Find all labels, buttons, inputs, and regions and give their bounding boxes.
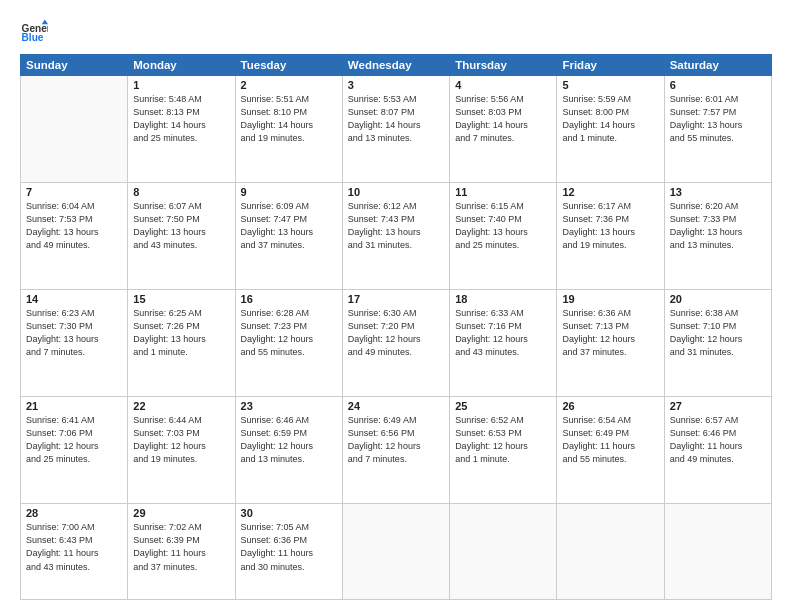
day-number: 28 <box>26 507 122 519</box>
day-number: 15 <box>133 293 229 305</box>
col-header-wednesday: Wednesday <box>342 55 449 76</box>
day-info: Sunrise: 6:46 AMSunset: 6:59 PMDaylight:… <box>241 414 337 466</box>
week-row-3: 14Sunrise: 6:23 AMSunset: 7:30 PMDayligh… <box>21 290 772 397</box>
day-info: Sunrise: 5:53 AMSunset: 8:07 PMDaylight:… <box>348 93 444 145</box>
day-cell <box>342 504 449 600</box>
col-header-tuesday: Tuesday <box>235 55 342 76</box>
day-info: Sunrise: 6:04 AMSunset: 7:53 PMDaylight:… <box>26 200 122 252</box>
day-info: Sunrise: 7:02 AMSunset: 6:39 PMDaylight:… <box>133 521 229 573</box>
day-number: 12 <box>562 186 658 198</box>
day-number: 4 <box>455 79 551 91</box>
day-cell: 5Sunrise: 5:59 AMSunset: 8:00 PMDaylight… <box>557 76 664 183</box>
day-number: 7 <box>26 186 122 198</box>
day-cell: 30Sunrise: 7:05 AMSunset: 6:36 PMDayligh… <box>235 504 342 600</box>
day-number: 19 <box>562 293 658 305</box>
day-number: 3 <box>348 79 444 91</box>
day-cell: 11Sunrise: 6:15 AMSunset: 7:40 PMDayligh… <box>450 183 557 290</box>
day-number: 25 <box>455 400 551 412</box>
day-number: 18 <box>455 293 551 305</box>
svg-text:Blue: Blue <box>22 32 44 43</box>
day-number: 10 <box>348 186 444 198</box>
day-cell: 21Sunrise: 6:41 AMSunset: 7:06 PMDayligh… <box>21 397 128 504</box>
day-number: 1 <box>133 79 229 91</box>
day-number: 13 <box>670 186 766 198</box>
logo: General Blue <box>20 18 52 46</box>
day-info: Sunrise: 5:56 AMSunset: 8:03 PMDaylight:… <box>455 93 551 145</box>
day-info: Sunrise: 6:57 AMSunset: 6:46 PMDaylight:… <box>670 414 766 466</box>
day-info: Sunrise: 6:38 AMSunset: 7:10 PMDaylight:… <box>670 307 766 359</box>
calendar-body: 1Sunrise: 5:48 AMSunset: 8:13 PMDaylight… <box>21 76 772 600</box>
day-number: 21 <box>26 400 122 412</box>
day-info: Sunrise: 6:54 AMSunset: 6:49 PMDaylight:… <box>562 414 658 466</box>
day-number: 22 <box>133 400 229 412</box>
day-info: Sunrise: 6:44 AMSunset: 7:03 PMDaylight:… <box>133 414 229 466</box>
day-cell: 24Sunrise: 6:49 AMSunset: 6:56 PMDayligh… <box>342 397 449 504</box>
calendar-page: General Blue SundayMondayTuesdayWednesda… <box>0 0 792 612</box>
day-cell: 12Sunrise: 6:17 AMSunset: 7:36 PMDayligh… <box>557 183 664 290</box>
day-cell: 10Sunrise: 6:12 AMSunset: 7:43 PMDayligh… <box>342 183 449 290</box>
day-number: 24 <box>348 400 444 412</box>
day-info: Sunrise: 6:01 AMSunset: 7:57 PMDaylight:… <box>670 93 766 145</box>
day-cell: 19Sunrise: 6:36 AMSunset: 7:13 PMDayligh… <box>557 290 664 397</box>
day-cell: 6Sunrise: 6:01 AMSunset: 7:57 PMDaylight… <box>664 76 771 183</box>
day-cell: 3Sunrise: 5:53 AMSunset: 8:07 PMDaylight… <box>342 76 449 183</box>
week-row-2: 7Sunrise: 6:04 AMSunset: 7:53 PMDaylight… <box>21 183 772 290</box>
day-cell <box>450 504 557 600</box>
day-cell <box>557 504 664 600</box>
day-info: Sunrise: 6:36 AMSunset: 7:13 PMDaylight:… <box>562 307 658 359</box>
day-cell: 15Sunrise: 6:25 AMSunset: 7:26 PMDayligh… <box>128 290 235 397</box>
day-info: Sunrise: 6:09 AMSunset: 7:47 PMDaylight:… <box>241 200 337 252</box>
day-info: Sunrise: 6:30 AMSunset: 7:20 PMDaylight:… <box>348 307 444 359</box>
day-number: 8 <box>133 186 229 198</box>
col-header-sunday: Sunday <box>21 55 128 76</box>
day-info: Sunrise: 6:07 AMSunset: 7:50 PMDaylight:… <box>133 200 229 252</box>
day-cell: 9Sunrise: 6:09 AMSunset: 7:47 PMDaylight… <box>235 183 342 290</box>
day-number: 30 <box>241 507 337 519</box>
day-cell: 20Sunrise: 6:38 AMSunset: 7:10 PMDayligh… <box>664 290 771 397</box>
day-info: Sunrise: 6:15 AMSunset: 7:40 PMDaylight:… <box>455 200 551 252</box>
day-number: 17 <box>348 293 444 305</box>
day-info: Sunrise: 6:25 AMSunset: 7:26 PMDaylight:… <box>133 307 229 359</box>
logo-icon: General Blue <box>20 18 48 46</box>
day-number: 14 <box>26 293 122 305</box>
day-cell: 17Sunrise: 6:30 AMSunset: 7:20 PMDayligh… <box>342 290 449 397</box>
day-number: 16 <box>241 293 337 305</box>
day-cell: 29Sunrise: 7:02 AMSunset: 6:39 PMDayligh… <box>128 504 235 600</box>
day-cell <box>21 76 128 183</box>
day-info: Sunrise: 7:05 AMSunset: 6:36 PMDaylight:… <box>241 521 337 573</box>
col-header-thursday: Thursday <box>450 55 557 76</box>
day-cell <box>664 504 771 600</box>
header: General Blue <box>20 18 772 46</box>
day-info: Sunrise: 6:20 AMSunset: 7:33 PMDaylight:… <box>670 200 766 252</box>
day-cell: 8Sunrise: 6:07 AMSunset: 7:50 PMDaylight… <box>128 183 235 290</box>
day-info: Sunrise: 6:17 AMSunset: 7:36 PMDaylight:… <box>562 200 658 252</box>
day-cell: 13Sunrise: 6:20 AMSunset: 7:33 PMDayligh… <box>664 183 771 290</box>
day-cell: 1Sunrise: 5:48 AMSunset: 8:13 PMDaylight… <box>128 76 235 183</box>
col-header-saturday: Saturday <box>664 55 771 76</box>
day-info: Sunrise: 6:49 AMSunset: 6:56 PMDaylight:… <box>348 414 444 466</box>
day-number: 9 <box>241 186 337 198</box>
svg-marker-2 <box>42 20 48 25</box>
day-cell: 7Sunrise: 6:04 AMSunset: 7:53 PMDaylight… <box>21 183 128 290</box>
day-number: 26 <box>562 400 658 412</box>
day-info: Sunrise: 6:41 AMSunset: 7:06 PMDaylight:… <box>26 414 122 466</box>
day-info: Sunrise: 6:12 AMSunset: 7:43 PMDaylight:… <box>348 200 444 252</box>
week-row-5: 28Sunrise: 7:00 AMSunset: 6:43 PMDayligh… <box>21 504 772 600</box>
day-number: 23 <box>241 400 337 412</box>
column-headers: SundayMondayTuesdayWednesdayThursdayFrid… <box>21 55 772 76</box>
day-info: Sunrise: 6:28 AMSunset: 7:23 PMDaylight:… <box>241 307 337 359</box>
day-number: 27 <box>670 400 766 412</box>
day-number: 5 <box>562 79 658 91</box>
day-info: Sunrise: 6:23 AMSunset: 7:30 PMDaylight:… <box>26 307 122 359</box>
day-number: 29 <box>133 507 229 519</box>
day-cell: 14Sunrise: 6:23 AMSunset: 7:30 PMDayligh… <box>21 290 128 397</box>
day-cell: 26Sunrise: 6:54 AMSunset: 6:49 PMDayligh… <box>557 397 664 504</box>
day-number: 2 <box>241 79 337 91</box>
day-number: 6 <box>670 79 766 91</box>
calendar-table: SundayMondayTuesdayWednesdayThursdayFrid… <box>20 54 772 600</box>
day-number: 11 <box>455 186 551 198</box>
week-row-1: 1Sunrise: 5:48 AMSunset: 8:13 PMDaylight… <box>21 76 772 183</box>
day-info: Sunrise: 6:33 AMSunset: 7:16 PMDaylight:… <box>455 307 551 359</box>
day-info: Sunrise: 7:00 AMSunset: 6:43 PMDaylight:… <box>26 521 122 573</box>
col-header-monday: Monday <box>128 55 235 76</box>
